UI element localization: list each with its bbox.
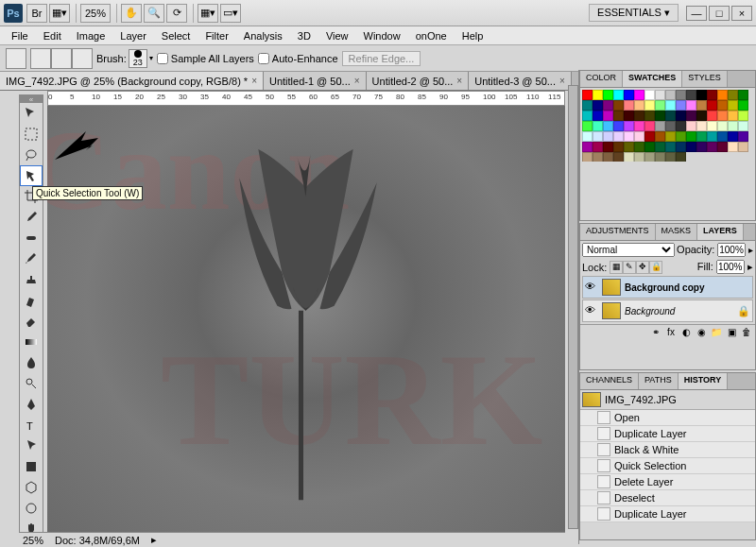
swatch[interactable] <box>707 142 717 152</box>
arrange-docs-button[interactable]: ▦▾ <box>198 4 218 23</box>
swatch[interactable] <box>655 111 665 121</box>
dodge-tool[interactable] <box>20 373 43 394</box>
document-tab[interactable]: Untitled-1 @ 50...× <box>264 72 367 90</box>
swatch[interactable] <box>665 152 676 162</box>
swatch[interactable] <box>728 142 738 152</box>
adjustment-layer-icon[interactable]: ◉ <box>695 327 708 340</box>
collapsed-panel-dock[interactable] <box>568 85 578 529</box>
menu-onone[interactable]: onOne <box>408 28 455 43</box>
layer-mask-icon[interactable]: ◐ <box>679 327 693 340</box>
tab-history[interactable]: HISTORY <box>679 373 729 389</box>
opacity-input[interactable] <box>717 243 746 257</box>
canvas[interactable]: Canon TURK <box>47 106 565 535</box>
history-item[interactable]: Delete Layer <box>580 474 755 490</box>
swatch[interactable] <box>613 90 624 100</box>
swatch[interactable] <box>624 121 634 131</box>
new-selection-icon[interactable] <box>30 48 51 69</box>
swatch[interactable] <box>634 121 644 131</box>
tab-paths[interactable]: PATHS <box>639 373 679 389</box>
swatch[interactable] <box>603 111 613 121</box>
minimize-button[interactable]: — <box>686 6 707 21</box>
healing-brush-tool[interactable] <box>20 228 43 248</box>
menu-layer[interactable]: Layer <box>112 28 154 43</box>
swatch[interactable] <box>593 121 603 131</box>
swatch[interactable] <box>655 142 665 152</box>
swatch[interactable] <box>665 121 676 131</box>
link-layers-icon[interactable]: ⚭ <box>649 327 662 340</box>
swatch[interactable] <box>603 121 613 131</box>
type-tool[interactable]: T <box>20 415 43 436</box>
swatch[interactable] <box>624 142 634 152</box>
swatch[interactable] <box>613 100 624 111</box>
swatches-grid[interactable] <box>580 88 755 162</box>
tab-color[interactable]: COLOR <box>580 71 623 87</box>
swatch[interactable] <box>624 100 634 111</box>
swatch[interactable] <box>582 131 593 142</box>
swatch[interactable] <box>686 121 696 131</box>
maximize-button[interactable]: □ <box>709 6 730 21</box>
swatch[interactable] <box>655 100 665 111</box>
menu-3d[interactable]: 3D <box>290 28 318 43</box>
swatch[interactable] <box>634 90 644 100</box>
current-tool-icon[interactable] <box>6 48 26 69</box>
swatch[interactable] <box>686 90 696 100</box>
history-item[interactable]: Open <box>580 410 755 426</box>
swatch[interactable] <box>582 121 593 131</box>
view-extras-button[interactable]: ▦▾ <box>49 4 70 23</box>
swatch[interactable] <box>728 100 738 111</box>
swatch[interactable] <box>624 90 634 100</box>
refine-edge-button[interactable]: Refine Edge... <box>342 51 421 66</box>
swatch[interactable] <box>738 100 748 111</box>
menu-help[interactable]: Help <box>455 28 491 43</box>
swatch[interactable] <box>644 121 655 131</box>
swatch[interactable] <box>582 152 593 162</box>
tab-styles[interactable]: STYLES <box>682 71 728 87</box>
menu-file[interactable]: File <box>4 28 36 43</box>
swatch[interactable] <box>696 142 707 152</box>
swatch[interactable] <box>644 100 655 111</box>
swatch[interactable] <box>624 111 634 121</box>
swatch[interactable] <box>593 100 603 111</box>
visibility-icon[interactable]: 👁 <box>585 304 598 317</box>
marquee-tool[interactable] <box>20 124 43 145</box>
swatch[interactable] <box>613 111 624 121</box>
new-layer-icon[interactable]: ▣ <box>725 327 738 340</box>
menu-view[interactable]: View <box>318 28 356 43</box>
layer-style-icon[interactable]: fx <box>664 327 678 340</box>
swatch[interactable] <box>603 90 613 100</box>
swatch[interactable] <box>665 111 676 121</box>
swatch[interactable] <box>738 131 748 142</box>
swatch[interactable] <box>676 100 686 111</box>
rotate-view-shortcut[interactable]: ⟳ <box>166 4 187 23</box>
history-item[interactable]: Quick Selection <box>580 458 755 474</box>
eraser-tool[interactable] <box>20 311 43 332</box>
swatch[interactable] <box>603 100 613 111</box>
subtract-selection-icon[interactable] <box>72 48 93 69</box>
swatch[interactable] <box>707 121 717 131</box>
status-zoom[interactable]: 25% <box>23 535 43 546</box>
screen-mode-button[interactable]: ▭▾ <box>220 4 241 23</box>
close-tab-icon[interactable]: × <box>456 76 462 86</box>
swatch[interactable] <box>634 111 644 121</box>
swatch[interactable] <box>676 142 686 152</box>
menu-filter[interactable]: Filter <box>198 28 235 43</box>
swatch[interactable] <box>644 152 655 162</box>
tab-adjustments[interactable]: ADJUSTMENTS <box>580 224 656 240</box>
eyedropper-tool[interactable] <box>20 207 43 228</box>
bridge-button[interactable]: Br <box>26 4 47 23</box>
swatch[interactable] <box>665 131 676 142</box>
menu-window[interactable]: Window <box>356 28 408 43</box>
swatch[interactable] <box>624 131 634 142</box>
clone-stamp-tool[interactable] <box>20 269 43 290</box>
swatch[interactable] <box>613 142 624 152</box>
swatch[interactable] <box>603 152 613 162</box>
swatch[interactable] <box>582 100 593 111</box>
swatch[interactable] <box>696 90 707 100</box>
history-item[interactable]: Duplicate Layer <box>580 426 755 442</box>
layer-group-icon[interactable]: 📁 <box>710 327 723 340</box>
swatch[interactable] <box>707 100 717 111</box>
swatch[interactable] <box>644 111 655 121</box>
zoom-display[interactable]: 25% <box>80 4 111 23</box>
close-tab-icon[interactable]: × <box>354 76 360 86</box>
swatch[interactable] <box>676 152 686 162</box>
